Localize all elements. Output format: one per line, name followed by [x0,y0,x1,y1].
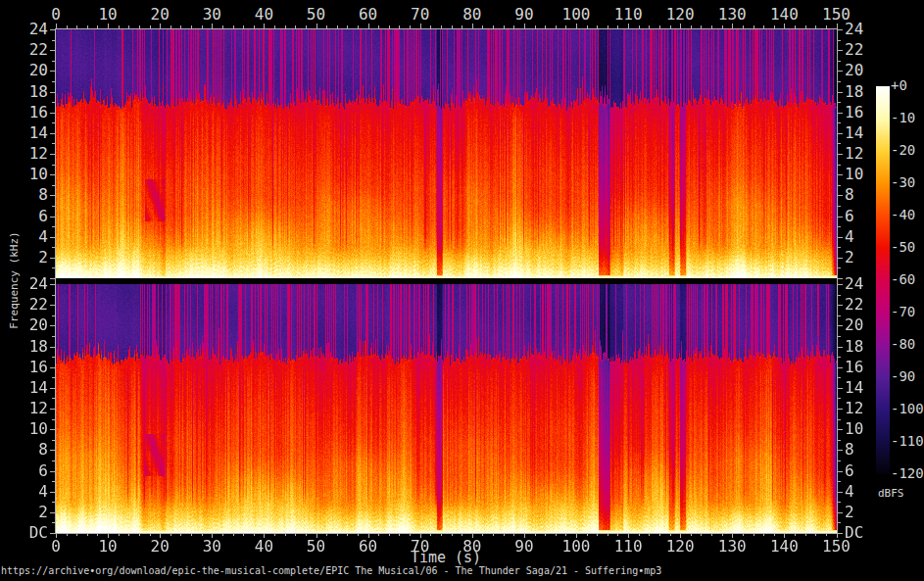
time-tick [597,25,598,28]
freq-tick [838,481,841,482]
time-tick [763,25,764,28]
freq-tick [52,440,55,441]
freq-tick-label: 6 [845,463,880,479]
time-tick [254,533,255,536]
time-tick [754,25,754,28]
time-tick [754,533,754,536]
time-tick [285,25,286,28]
freq-tick-label: 16 [16,105,48,121]
time-tick [691,25,692,28]
time-tick [108,24,109,28]
freq-tick-label: 14 [845,380,880,396]
time-tick [722,25,723,28]
time-tick [826,533,827,536]
time-tick-label: 90 [505,7,544,23]
freq-tick [838,113,843,114]
time-tick [691,533,692,536]
freq-tick [50,154,55,155]
freq-tick-label: 8 [845,442,880,458]
time-tick [254,25,255,28]
freq-tick [52,357,55,358]
time-tick-label: 90 [505,539,544,555]
freq-tick [52,102,55,103]
freq-tick [838,267,841,268]
time-tick [743,25,744,28]
time-tick [67,25,68,28]
time-tick [76,533,77,536]
colorbar-tick-label: -20 [891,143,924,157]
freq-tick [52,267,55,268]
freq-tick-label: 18 [16,339,48,355]
freq-tick [52,295,55,296]
time-tick-label: 60 [349,539,388,555]
time-tick-label: 10 [88,7,127,23]
time-tick [815,25,816,28]
freq-tick [50,195,55,196]
freq-tick-label: 2 [16,250,48,266]
time-tick-label: 130 [712,539,752,555]
freq-tick [838,102,841,103]
freq-tick [838,315,841,316]
time-tick [597,533,598,536]
time-tick [337,533,338,536]
freq-tick [838,29,843,30]
time-tick [763,533,764,536]
freq-tick [838,133,843,134]
freq-tick [52,419,55,420]
time-tick [472,24,473,28]
time-tick [482,533,483,536]
time-tick [233,25,234,28]
time-tick-label: 120 [660,7,700,23]
freq-tick [838,460,841,461]
colorbar-tick-label: +0 [891,78,924,92]
time-tick [701,533,702,536]
freq-tick [838,409,843,410]
time-tick [285,533,286,536]
freq-tick [52,377,55,378]
time-tick [202,533,203,536]
time-tick [410,533,411,536]
freq-tick [50,29,55,30]
freq-tick [838,154,843,155]
freq-tick-label: 14 [845,125,880,141]
time-tick [222,25,223,28]
time-tick [67,533,68,536]
time-tick [420,24,421,28]
freq-tick [838,61,841,62]
spectrogram-figure: Frequency (kHz) Time (s) dBFS https://ar… [0,0,924,581]
freq-tick-label: 4 [16,229,48,245]
time-tick [545,533,546,536]
time-tick [119,533,120,536]
time-tick [389,533,390,536]
time-tick-label: 140 [764,539,803,555]
time-tick-label: 20 [140,539,179,555]
time-tick [170,533,171,536]
freq-tick-label: 4 [845,484,880,500]
freq-tick [52,185,55,186]
time-tick [264,24,265,28]
time-tick [139,533,140,536]
freq-tick-label: 2 [845,505,880,520]
freq-tick-label: 2 [845,250,880,266]
time-tick [639,25,640,28]
freq-tick [52,81,55,82]
freq-tick [838,533,843,534]
time-tick [535,533,536,536]
freq-tick-label: 18 [845,84,880,100]
freq-tick-label: 10 [16,167,48,182]
time-tick [399,533,400,536]
freq-tick [838,492,843,493]
time-tick [513,533,514,536]
freq-tick [838,377,841,378]
time-tick-label: 100 [557,539,596,555]
time-tick [160,24,161,28]
time-tick [711,533,712,536]
colorbar-tick-label: -100 [891,402,924,415]
time-tick [805,25,806,28]
freq-tick-label: 8 [845,187,880,203]
time-tick [180,25,181,28]
freq-tick [52,143,55,144]
freq-tick [50,133,55,134]
time-tick [774,25,775,28]
freq-tick [50,450,55,451]
